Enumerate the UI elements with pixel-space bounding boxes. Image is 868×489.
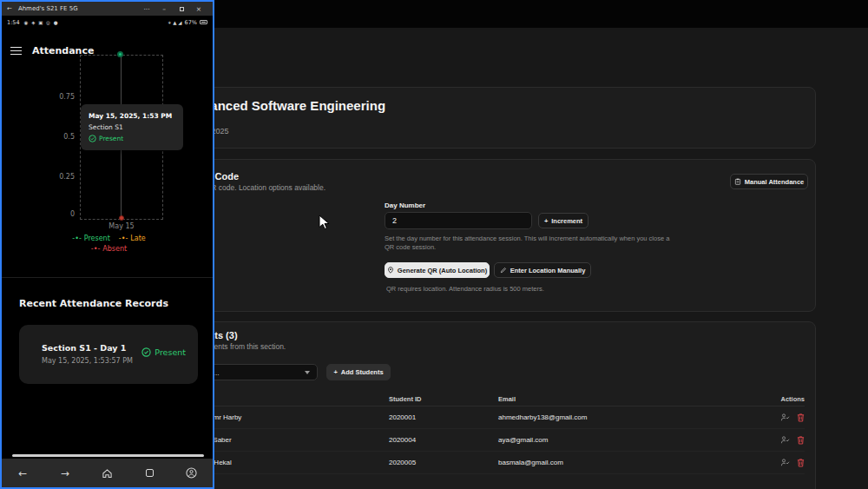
chart-legend: -•- Present -•- Late -•- Absent: [52, 235, 166, 253]
manual-attendance-label: Manual Attendance: [745, 178, 804, 186]
day-number-help-text: Set the day number for this attendance s…: [385, 235, 680, 252]
record-timestamp: May 15, 2025, 1:53:57 PM: [42, 357, 133, 365]
phone-status-bar: 1:54 ◉ ◈ ▣ ◎ ● ∗ ▲ ◢ 67%: [2, 16, 213, 29]
chevron-down-icon: [305, 371, 310, 374]
window-back-button[interactable]: ←: [7, 5, 12, 12]
phone-nav-bar: ← →: [2, 459, 213, 487]
window-minimize-button[interactable]: –: [155, 5, 173, 13]
notification-icons: ◉ ◈ ▣ ◎ ●: [24, 20, 59, 25]
maximize-icon: [180, 7, 184, 11]
tooltip-datetime: May 15, 2025, 1:53 PM: [89, 112, 175, 120]
table-header-row: Name Student ID Email Actions: [185, 392, 805, 406]
student-email-cell: ahmedharby138@gmail.com: [498, 413, 756, 421]
add-students-label: Add Students: [341, 368, 384, 376]
student-name-cell: Aya Amr Saber: [185, 436, 389, 444]
check-circle-icon: [89, 135, 96, 142]
nav-forward-button[interactable]: →: [55, 463, 76, 484]
column-header-student-id: Student ID: [389, 395, 498, 403]
legend-label: Present: [84, 235, 110, 242]
window-maximize-button[interactable]: [173, 5, 190, 13]
column-header-email: Email: [498, 395, 756, 403]
home-icon: [102, 468, 113, 479]
delete-student-icon[interactable]: [797, 435, 805, 445]
student-name-cell: Basmala Hekal: [185, 459, 389, 466]
legend-item-present: -•- Present: [72, 235, 110, 242]
assign-student-icon[interactable]: [780, 413, 790, 421]
column-header-actions: Actions: [756, 395, 805, 403]
legend-label: Absent: [102, 245, 127, 253]
chart-data-point-baseline: [119, 215, 124, 221]
chart-data-point-present[interactable]: [117, 51, 123, 57]
column-header-name: Name: [185, 395, 389, 403]
nav-home-button[interactable]: [96, 463, 117, 484]
course-header-card: Advanced Software Engineering May 15, 20…: [170, 87, 816, 149]
manual-attendance-button[interactable]: Manual Attendance: [730, 174, 808, 189]
phone-mirror-window: ← Ahmed's S21 FE 5G ··· – × 1:54 ◉ ◈ ▣ ◎…: [0, 0, 214, 489]
legend-marker: -•-: [72, 235, 82, 242]
hamburger-menu-button[interactable]: [10, 47, 22, 56]
nav-back-button[interactable]: ←: [12, 463, 33, 484]
attendance-record-card[interactable]: Section S1 - Day 1 May 15, 2025, 1:53:57…: [19, 325, 198, 384]
chart-tooltip: May 15, 2025, 1:53 PM Section S1 Present: [81, 104, 183, 150]
plus-icon: +: [333, 368, 337, 376]
legend-item-late: -•- Late: [119, 235, 146, 242]
scroll-indicator[interactable]: [12, 454, 204, 457]
delete-student-icon[interactable]: [797, 413, 805, 422]
clipboard-icon: [734, 178, 741, 185]
nav-recents-button[interactable]: [139, 463, 160, 484]
increment-button[interactable]: + Increment: [538, 213, 589, 228]
student-id-cell: 2020001: [389, 413, 498, 421]
check-circle-icon: [141, 347, 151, 357]
pencil-icon: [500, 267, 507, 274]
divider: [2, 277, 213, 278]
y-axis-tick: 0: [47, 210, 75, 218]
recents-icon: [146, 469, 154, 477]
nav-profile-button[interactable]: [181, 463, 202, 484]
students-card: Students (3) Add students from this sect…: [170, 321, 816, 489]
students-table: Name Student ID Email Actions Ahmed Amr …: [185, 392, 805, 474]
legend-marker: -•-: [119, 235, 128, 242]
y-axis-tick: 0.5: [47, 133, 75, 141]
tooltip-section: Section S1: [89, 123, 175, 131]
status-icons: ∗ ▲ ◢: [168, 20, 182, 25]
location-pin-icon: [387, 267, 394, 274]
phone-window-titlebar: ← Ahmed's S21 FE 5G ··· – ×: [2, 2, 213, 16]
phone-window-title: Ahmed's S21 FE 5G: [18, 5, 78, 12]
student-id-cell: 2020004: [389, 436, 498, 444]
qr-session-card: QR Code Show QR code. Location options a…: [170, 159, 816, 312]
assign-student-icon[interactable]: [780, 436, 790, 444]
battery-icon: [200, 20, 207, 24]
student-email-cell: basmala@gmail.com: [498, 459, 756, 466]
assign-student-icon[interactable]: [780, 459, 790, 466]
table-row: Basmala Hekal 2020005 basmala@gmail.com: [185, 452, 805, 474]
delete-student-icon[interactable]: [797, 458, 805, 467]
day-number-input[interactable]: [385, 212, 532, 229]
add-students-button[interactable]: + Add Students: [326, 364, 391, 380]
table-row: Ahmed Amr Harby 2020001 ahmedharby138@gm…: [185, 406, 805, 429]
course-title: Advanced Software Engineering: [186, 98, 385, 113]
window-more-button[interactable]: ···: [138, 5, 155, 13]
qr-location-note: QR requires location. Attendance radius …: [386, 285, 544, 293]
day-number-label: Day Number: [385, 202, 425, 209]
window-close-button[interactable]: ×: [190, 5, 207, 13]
increment-label: Increment: [551, 217, 582, 225]
student-id-cell: 2020005: [389, 459, 498, 466]
mouse-cursor: [319, 215, 331, 230]
generate-qr-button[interactable]: Generate QR (Auto Location): [385, 262, 490, 278]
present-badge: Present: [141, 347, 186, 357]
table-row: Aya Amr Saber 2020004 aya@gmail.com: [185, 429, 805, 452]
battery-percentage: 67%: [185, 19, 197, 26]
tooltip-status: Present: [99, 135, 123, 142]
y-axis-tick: 0.75: [47, 93, 75, 101]
legend-item-absent: -•- Absent: [91, 245, 127, 253]
legend-label: Late: [130, 235, 145, 242]
profile-icon: [186, 467, 197, 479]
status-time: 1:54: [7, 19, 20, 26]
x-axis-label: May 15: [97, 222, 146, 230]
plus-icon: +: [544, 217, 548, 225]
records-heading: Recent Attendance Records: [19, 298, 168, 309]
enter-location-button[interactable]: Enter Location Manually: [494, 262, 591, 278]
record-status: Present: [155, 347, 186, 357]
generate-qr-label: Generate QR (Auto Location): [398, 267, 487, 274]
student-name-cell: Ahmed Amr Harby: [185, 413, 389, 421]
